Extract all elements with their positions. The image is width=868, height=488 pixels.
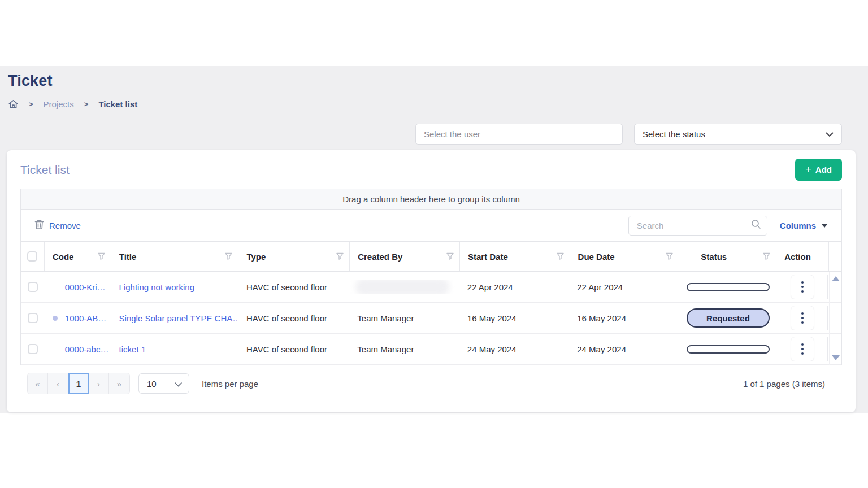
search-input[interactable] <box>637 221 751 230</box>
header-select-all <box>21 242 45 271</box>
header-created-by[interactable]: Created By <box>350 242 460 271</box>
select-status-dropdown[interactable]: Select the status <box>634 124 842 145</box>
group-panel[interactable]: Drag a column header here to group its c… <box>21 189 841 210</box>
header-start-date[interactable]: Start Date <box>460 242 570 271</box>
ticket-list-card: Ticket list + Add Drag a column header h… <box>7 150 856 412</box>
header-type[interactable]: Type <box>238 242 350 271</box>
pager: « ‹ 1 › » <box>27 373 130 394</box>
filter-icon[interactable] <box>763 252 770 262</box>
action-cell <box>775 306 828 330</box>
add-button-label: Add <box>815 165 832 175</box>
title-cell: Lighting not working <box>111 282 238 292</box>
breadcrumb: > Projects > Ticket list <box>8 99 137 110</box>
status-cell <box>679 283 776 291</box>
search-icon[interactable] <box>751 219 761 232</box>
chevron-down-icon <box>175 379 182 389</box>
code-cell: 1000-AB… <box>45 313 111 323</box>
due-date-cell: 16 May 2024 <box>569 313 678 323</box>
select-status-value: Select the status <box>643 129 705 139</box>
action-cell <box>775 337 828 361</box>
kebab-menu-icon[interactable] <box>791 274 814 299</box>
scroll-up-icon[interactable] <box>832 276 840 281</box>
code-link[interactable]: 0000-abc… <box>65 345 109 354</box>
row-checkbox[interactable] <box>28 313 38 323</box>
type-cell: HAVC of second floor <box>238 282 349 292</box>
status-empty-pill <box>687 345 770 354</box>
header-code[interactable]: Code <box>45 242 111 271</box>
created-by-cell <box>349 280 459 294</box>
row-checkbox-cell <box>21 313 45 323</box>
header-title[interactable]: Title <box>111 242 239 271</box>
plus-icon: + <box>805 164 811 176</box>
header-scroll-spacer <box>829 242 841 271</box>
title-link[interactable]: Single Solar panel TYPE CHA… <box>119 313 238 323</box>
prev-page-button[interactable]: ‹ <box>48 373 68 394</box>
columns-button-label: Columns <box>780 221 816 230</box>
table-row[interactable]: 0000-Kri… Lighting not working HAVC of s… <box>21 272 841 303</box>
row-checkbox-cell <box>21 344 45 354</box>
remove-button[interactable]: Remove <box>34 219 81 232</box>
filter-icon[interactable] <box>446 252 454 262</box>
type-cell: HAVC of second floor <box>238 345 349 354</box>
last-page-button[interactable]: » <box>109 373 129 394</box>
header-status[interactable]: Status <box>679 242 776 271</box>
header-action: Action <box>776 242 829 271</box>
row-checkbox[interactable] <box>28 344 38 354</box>
code-cell: 0000-Kri… <box>45 282 111 292</box>
created-by-cell: Team Manager <box>349 313 459 323</box>
pagination-summary: 1 of 1 pages (3 items) <box>743 379 842 389</box>
page-size-select[interactable]: 10 <box>138 373 189 394</box>
table-row[interactable]: 1000-AB… Single Solar panel TYPE CHA… HA… <box>21 303 841 334</box>
filter-icon[interactable] <box>557 252 564 262</box>
filter-icon[interactable] <box>225 252 232 262</box>
card-title: Ticket list <box>20 163 70 177</box>
title-link[interactable]: ticket 1 <box>119 345 146 354</box>
code-link[interactable]: 1000-AB… <box>65 313 106 323</box>
kebab-menu-icon[interactable] <box>791 337 814 361</box>
select-user-input[interactable] <box>415 124 623 145</box>
home-icon[interactable] <box>8 99 19 110</box>
page-size-value: 10 <box>147 379 157 389</box>
data-grid: Drag a column header here to group its c… <box>20 189 842 365</box>
title-link[interactable]: Lighting not working <box>119 282 194 292</box>
row-checkbox[interactable] <box>28 282 38 292</box>
header-title-label: Title <box>119 252 225 262</box>
table-body: 0000-Kri… Lighting not working HAVC of s… <box>21 272 841 365</box>
code-link[interactable]: 0000-Kri… <box>65 282 106 292</box>
next-page-button[interactable]: › <box>89 373 109 394</box>
search-box <box>628 216 767 236</box>
current-page-button[interactable]: 1 <box>68 373 89 394</box>
first-page-button[interactable]: « <box>28 373 48 394</box>
filter-icon[interactable] <box>98 252 105 262</box>
select-all-checkbox[interactable] <box>27 251 37 262</box>
breadcrumb-ticket-list: Ticket list <box>98 99 137 109</box>
title-cell: Single Solar panel TYPE CHA… <box>111 313 238 323</box>
breadcrumb-separator: > <box>25 100 37 108</box>
chevron-down-icon <box>826 129 834 139</box>
add-button[interactable]: + Add <box>795 159 842 181</box>
header-due-date[interactable]: Due Date <box>570 242 680 271</box>
columns-chooser-button[interactable]: Columns <box>780 221 828 230</box>
status-badge: Requested <box>687 308 770 328</box>
scroll-down-icon[interactable] <box>832 355 840 360</box>
due-date-cell: 22 Apr 2024 <box>569 282 678 292</box>
kebab-menu-icon[interactable] <box>791 306 814 330</box>
card-header: Ticket list + Add <box>7 150 856 189</box>
status-empty-pill <box>687 283 770 291</box>
page-title: Ticket <box>8 72 53 90</box>
filter-icon[interactable] <box>336 252 344 262</box>
header-created-by-label: Created By <box>358 252 446 262</box>
start-date-cell: 24 May 2024 <box>459 345 569 354</box>
group-panel-hint: Drag a column header here to group its c… <box>342 194 520 204</box>
header-action-label: Action <box>784 252 823 262</box>
breadcrumb-projects[interactable]: Projects <box>44 99 74 109</box>
vertical-scrollbar[interactable] <box>829 272 841 365</box>
title-cell: ticket 1 <box>111 345 238 354</box>
breadcrumb-separator: > <box>81 100 92 108</box>
items-per-page-label: Items per page <box>202 379 258 389</box>
table-row[interactable]: 0000-abc… ticket 1 HAVC of second floor … <box>21 334 841 365</box>
trash-icon <box>34 219 44 232</box>
header-code-label: Code <box>53 252 98 262</box>
header-status-label: Status <box>701 252 763 262</box>
filter-icon[interactable] <box>666 252 673 262</box>
